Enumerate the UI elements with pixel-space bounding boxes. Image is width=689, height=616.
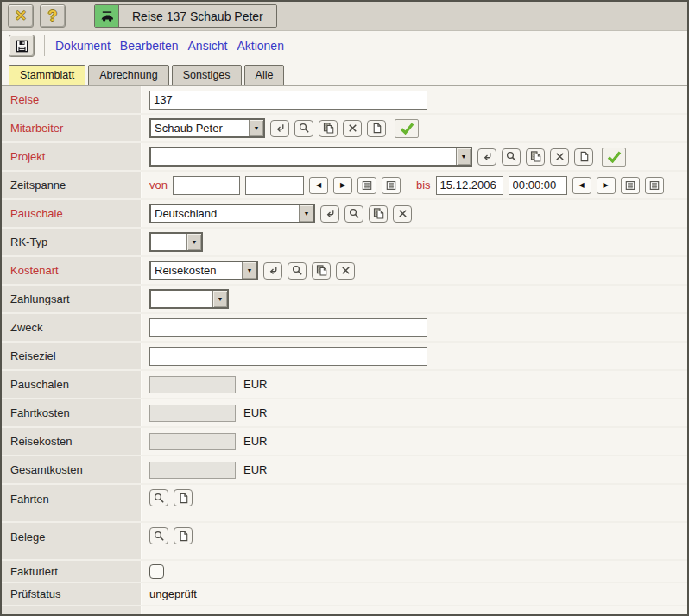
chevron-down-icon[interactable]: ▼ xyxy=(456,148,471,165)
new-doc-button[interactable] xyxy=(574,148,593,166)
chevron-down-icon[interactable]: ▼ xyxy=(212,291,227,307)
reiseziel-input[interactable] xyxy=(149,347,427,366)
save-icon xyxy=(15,39,29,53)
tab-alle[interactable]: Alle xyxy=(244,65,285,85)
tab-sonstiges[interactable]: Sonstiges xyxy=(172,65,242,85)
zweck-input[interactable] xyxy=(149,318,427,337)
new-doc-button[interactable] xyxy=(174,527,193,544)
pauschale-select[interactable]: Deutschland ▼ xyxy=(149,204,315,223)
pruefstatus-value: ungeprüft xyxy=(149,588,197,600)
projekt-select[interactable]: ▼ xyxy=(149,147,472,167)
search-icon xyxy=(153,492,166,505)
clear-button[interactable] xyxy=(550,148,569,166)
arrow-right-icon: ▶ xyxy=(604,181,609,189)
row-zahlungsart: Zahlungsart ▼ xyxy=(2,286,687,314)
calendar-icon xyxy=(361,179,373,192)
menu-aktionen[interactable]: Aktionen xyxy=(237,39,283,53)
rk-typ-select[interactable]: ▼ xyxy=(149,232,203,252)
chevron-down-icon[interactable]: ▼ xyxy=(299,205,313,222)
new-doc-icon xyxy=(177,530,190,543)
kostenart-select[interactable]: Reisekosten ▼ xyxy=(149,261,258,280)
rk-typ-select-value xyxy=(151,234,186,250)
bis-time-input[interactable] xyxy=(509,176,567,195)
search-button[interactable] xyxy=(502,148,521,166)
goto-button[interactable] xyxy=(263,262,282,280)
menu-ansicht[interactable]: Ansicht xyxy=(188,39,228,53)
document-tab[interactable]: Reise 137 Schaub Peter xyxy=(94,4,277,28)
tab-stammblatt[interactable]: Stammblatt xyxy=(9,65,85,85)
chevron-down-icon[interactable]: ▼ xyxy=(242,262,256,279)
help-button[interactable]: ? xyxy=(40,4,66,28)
search-icon xyxy=(298,122,311,135)
clear-button[interactable] xyxy=(393,205,412,223)
row-fakturiert: Fakturiert xyxy=(2,561,687,583)
bis-date-input[interactable] xyxy=(436,176,503,195)
menu-dokument[interactable]: Dokument xyxy=(55,39,111,53)
search-button[interactable] xyxy=(149,527,168,544)
search-icon xyxy=(348,207,361,220)
new-doc-button[interactable] xyxy=(174,489,193,506)
goto-button[interactable] xyxy=(270,120,289,137)
reisekosten-currency: EUR xyxy=(243,435,267,448)
close-button[interactable]: ✕ xyxy=(8,4,34,28)
von-prev-day-button[interactable]: ◀ xyxy=(309,177,328,194)
kostenart-label: Kostenart xyxy=(2,257,142,284)
copy-button[interactable] xyxy=(319,120,338,137)
search-button[interactable] xyxy=(344,205,363,223)
reise-input[interactable] xyxy=(149,91,427,110)
menu-separator xyxy=(44,35,45,56)
pruefstatus-label: Prüfstatus xyxy=(2,583,142,605)
fakturiert-checkbox[interactable] xyxy=(149,564,164,579)
clear-button[interactable] xyxy=(343,120,362,137)
search-icon xyxy=(153,530,166,543)
pauschalen-label: Pauschalen xyxy=(2,371,142,398)
von-calendar-button[interactable] xyxy=(357,177,376,194)
von-date-input[interactable] xyxy=(173,176,240,195)
bis-calendar-week-button[interactable] xyxy=(645,177,664,194)
app-window: ✕ ? Reise 137 Schaub Peter Dokument Bear… xyxy=(0,0,689,616)
search-button[interactable] xyxy=(149,489,168,506)
save-button[interactable] xyxy=(9,35,35,57)
copy-button[interactable] xyxy=(312,262,331,280)
chevron-down-icon[interactable]: ▼ xyxy=(186,234,201,250)
von-label: von xyxy=(149,179,168,192)
confirm-button[interactable] xyxy=(395,119,419,138)
gesamtkosten-currency: EUR xyxy=(243,463,267,476)
zweck-label: Zweck xyxy=(2,314,142,341)
bis-next-day-button[interactable]: ▶ xyxy=(597,177,616,194)
mitarbeiter-select[interactable]: Schaub Peter ▼ xyxy=(149,118,265,138)
row-reiseziel: Reiseziel xyxy=(2,343,687,371)
calendar-icon xyxy=(385,179,397,192)
von-time-input[interactable] xyxy=(245,176,304,195)
search-icon xyxy=(291,264,304,277)
confirm-button[interactable] xyxy=(602,148,626,167)
pauschalen-currency: EUR xyxy=(243,378,267,391)
copy-button[interactable] xyxy=(369,205,388,223)
goto-button[interactable] xyxy=(477,148,496,166)
clear-button[interactable] xyxy=(336,262,355,280)
clear-icon xyxy=(339,264,352,277)
copy-button[interactable] xyxy=(526,148,545,166)
form-filler-row xyxy=(2,606,687,614)
new-doc-button[interactable] xyxy=(367,120,386,137)
pauschale-label: Pauschale xyxy=(2,200,142,227)
belege-label: Belege xyxy=(2,523,142,559)
menu-bearbeiten[interactable]: Bearbeiten xyxy=(120,39,179,53)
von-calendar-week-button[interactable] xyxy=(382,177,401,194)
mitarbeiter-label: Mitarbeiter xyxy=(2,115,142,141)
goto-button[interactable] xyxy=(320,205,339,223)
von-next-day-button[interactable]: ▶ xyxy=(333,177,352,194)
bis-calendar-button[interactable] xyxy=(621,177,640,194)
row-gesamtkosten: Gesamtkosten EUR xyxy=(2,456,687,485)
reisekosten-label: Reisekosten xyxy=(2,428,142,455)
fahrtkosten-label: Fahrtkosten xyxy=(2,399,142,426)
row-pauschalen: Pauschalen EUR xyxy=(2,371,687,399)
search-button[interactable] xyxy=(288,262,307,280)
bis-prev-day-button[interactable]: ◀ xyxy=(572,177,591,194)
kostenart-select-value: Reisekosten xyxy=(151,262,242,279)
search-button[interactable] xyxy=(294,120,313,137)
tab-abrechnung[interactable]: Abrechnung xyxy=(88,65,168,85)
zahlungsart-select[interactable]: ▼ xyxy=(149,289,229,309)
chevron-down-icon[interactable]: ▼ xyxy=(249,120,263,136)
gesamtkosten-label: Gesamtkosten xyxy=(2,456,142,483)
